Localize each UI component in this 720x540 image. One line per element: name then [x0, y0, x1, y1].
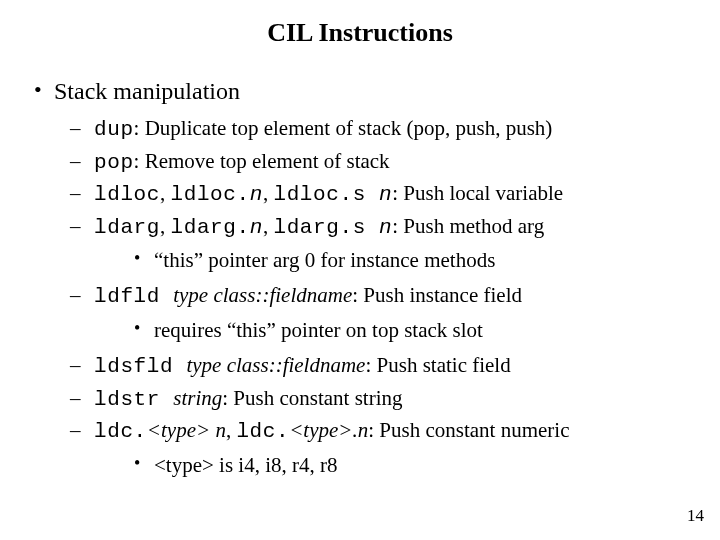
instruction-list: dup: Duplicate top element of stack (pop… — [54, 113, 690, 481]
note-ldc-types: <type> is i4, i8, r4, r8 — [94, 450, 690, 482]
item-ldstr: ldstr string: Push constant string — [54, 383, 690, 415]
kw-ldloc-3: ldloc.s — [273, 183, 379, 206]
kw-ldfld: ldfld — [94, 285, 173, 308]
param-ldc-2: <type>.n — [289, 418, 368, 442]
item-ldloc: ldloc, ldloc.n, ldloc.s n: Push local va… — [54, 178, 690, 210]
kw-ldarg-2: ldarg. — [171, 216, 250, 239]
sep: , — [160, 181, 171, 205]
section-heading-text: Stack manipulation — [54, 78, 240, 104]
note-list: <type> is i4, i8, r4, r8 — [94, 450, 690, 482]
kw-ldc-2: ldc. — [236, 420, 289, 443]
kw-ldsfld: ldsfld — [94, 355, 186, 378]
param-ldloc-3: n — [379, 183, 392, 206]
kw-pop: pop — [94, 151, 134, 174]
desc-dup: : Duplicate top element of stack (pop, p… — [134, 116, 553, 140]
note-list: “this” pointer arg 0 for instance method… — [94, 245, 690, 277]
desc-ldloc: : Push local variable — [392, 181, 563, 205]
item-pop: pop: Remove top element of stack — [54, 146, 690, 178]
sep: , — [160, 214, 171, 238]
bullet-list: Stack manipulation dup: Duplicate top el… — [30, 76, 690, 481]
note-list: requires “this” pointer on top stack slo… — [94, 315, 690, 347]
desc-pop: : Remove top element of stack — [134, 149, 390, 173]
desc-ldarg: : Push method arg — [392, 214, 544, 238]
sep: , — [226, 418, 237, 442]
item-dup: dup: Duplicate top element of stack (pop… — [54, 113, 690, 145]
item-ldc: ldc.<type> n, ldc.<type>.n: Push constan… — [54, 415, 690, 481]
desc-ldstr: : Push constant string — [222, 386, 402, 410]
kw-ldloc-2: ldloc. — [171, 183, 250, 206]
param-ldloc-2: n — [250, 183, 263, 206]
sep: , — [263, 181, 274, 205]
item-ldarg: ldarg, ldarg.n, ldarg.s n: Push method a… — [54, 211, 690, 277]
page-number: 14 — [687, 506, 704, 526]
desc-ldc: : Push constant numeric — [368, 418, 569, 442]
item-ldsfld: ldsfld type class::fieldname: Push stati… — [54, 350, 690, 382]
note-this-arg0: “this” pointer arg 0 for instance method… — [94, 245, 690, 277]
kw-ldarg-1: ldarg — [94, 216, 160, 239]
kw-dup: dup — [94, 118, 134, 141]
kw-ldstr: ldstr — [94, 388, 173, 411]
param-ldsfld: type class::fieldname — [186, 353, 365, 377]
item-ldfld: ldfld type class::fieldname: Push instan… — [54, 280, 690, 346]
desc-ldsfld: : Push static field — [365, 353, 510, 377]
kw-ldarg-3: ldarg.s — [273, 216, 379, 239]
kw-ldloc-1: ldloc — [94, 183, 160, 206]
note-ldfld-this: requires “this” pointer on top stack slo… — [94, 315, 690, 347]
param-ldarg-3: n — [379, 216, 392, 239]
section-heading: Stack manipulation dup: Duplicate top el… — [30, 76, 690, 481]
param-ldarg-2: n — [250, 216, 263, 239]
param-ldc-1: <type> n — [147, 418, 226, 442]
slide: CIL Instructions Stack manipulation dup:… — [0, 0, 720, 540]
param-ldfld: type class::fieldname — [173, 283, 352, 307]
kw-ldc-1: ldc. — [94, 420, 147, 443]
sep: , — [263, 214, 274, 238]
param-ldstr: string — [173, 386, 222, 410]
desc-ldfld: : Push instance field — [352, 283, 522, 307]
slide-title: CIL Instructions — [30, 18, 690, 48]
